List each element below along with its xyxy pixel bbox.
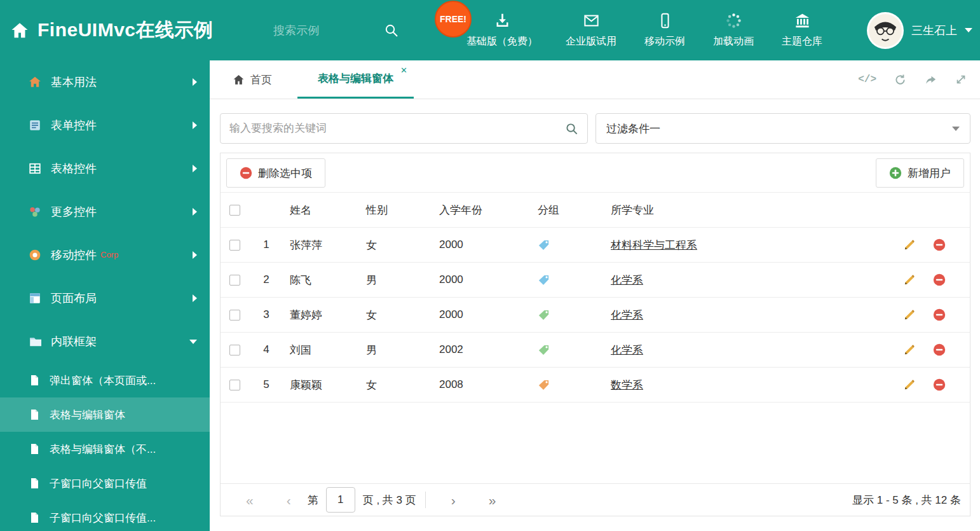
sidebar-item-more-controls[interactable]: 更多控件 <box>0 190 210 233</box>
share-icon[interactable] <box>924 73 937 86</box>
tab-home[interactable]: 首页 <box>222 60 282 99</box>
tag-icon <box>538 344 550 356</box>
page-number-input[interactable] <box>326 487 355 513</box>
table-row: 3 董婷婷 女 2000 化学系 <box>221 298 970 333</box>
brand[interactable]: FineUIMvc在线示例 <box>10 0 214 60</box>
sidebar-subitem-child-to-parent[interactable]: 子窗口向父窗口传值 <box>0 466 210 500</box>
col-header-year: 入学年份 <box>433 203 529 217</box>
app-title: FineUIMvc在线示例 <box>37 17 214 43</box>
pagination-summary: 显示 1 - 5 条 , 共 12 条 <box>852 493 961 507</box>
sidebar-item-page-layout[interactable]: 页面布局 <box>0 277 210 320</box>
table-row: 2 陈飞 男 2000 化学系 <box>221 263 970 298</box>
edit-pencil-icon[interactable] <box>903 309 915 321</box>
header-search-input[interactable] <box>273 24 375 38</box>
row-checkbox[interactable] <box>229 380 240 390</box>
sidebar-subitem-child-to-parent-2[interactable]: 子窗口向父窗口传值... <box>0 500 210 531</box>
source-code-icon[interactable]: </> <box>858 74 876 85</box>
major-link[interactable]: 数学系 <box>611 379 643 391</box>
tab-grid-edit-window[interactable]: 表格与编辑窗体 ✕ <box>297 60 414 99</box>
tab-bar: 首页 表格与编辑窗体 ✕ </> <box>210 60 980 99</box>
add-user-button[interactable]: 新增用户 <box>876 158 964 188</box>
expand-icon[interactable] <box>955 73 967 86</box>
sidebar: 基本用法 表单控件 表格控件 更多控件 移动控件 Corp 页面布局 <box>0 60 210 531</box>
chevron-right-icon <box>193 165 197 172</box>
cell-year: 2008 <box>433 378 529 391</box>
sidebar-item-form-controls[interactable]: 表单控件 <box>0 104 210 147</box>
sidebar-subitem-grid-edit-window[interactable]: 表格与编辑窗体 <box>0 397 210 432</box>
search-icon[interactable] <box>384 23 399 38</box>
edit-pencil-icon[interactable] <box>903 379 915 391</box>
chevron-right-icon <box>193 121 197 129</box>
home-icon <box>10 21 29 40</box>
tab-tools: </> <box>858 60 967 99</box>
delete-row-icon[interactable] <box>933 238 946 251</box>
sidebar-item-mobile-controls[interactable]: 移动控件 Corp <box>0 233 210 277</box>
row-checkbox[interactable] <box>229 275 240 286</box>
nav-item-theme-store[interactable]: 主题仓库 <box>768 0 836 60</box>
sidebar-item-grid-controls[interactable]: 表格控件 <box>0 147 210 190</box>
pagination-bar: « ‹ 第 页 , 共 3 页 › » 显示 1 - 5 条 , 共 12 条 <box>221 483 970 516</box>
next-page-icon[interactable]: › <box>435 493 472 507</box>
tab-active-label: 表格与编辑窗体 <box>318 71 393 86</box>
nav-item-loading-animation[interactable]: 加载动画 <box>699 0 768 60</box>
grid-panel: 删除选中项 新增用户 姓名 性别 入学年份 分组 所学专业 1 张萍萍 女 <box>220 153 970 516</box>
row-number: 2 <box>248 273 284 286</box>
nav-label: 基础版（免费） <box>466 35 538 48</box>
edit-pencil-icon[interactable] <box>903 344 915 356</box>
prev-page-icon[interactable]: ‹ <box>270 493 308 507</box>
user-menu[interactable]: 三生石上 <box>867 0 972 60</box>
delete-row-icon[interactable] <box>933 378 946 391</box>
top-header: FineUIMvc在线示例 FREE! 基础版（免费） 企业版试用 移动示例 <box>0 0 980 60</box>
major-link[interactable]: 化学系 <box>611 274 643 286</box>
sidebar-item-basic-usage[interactable]: 基本用法 <box>0 60 210 104</box>
col-header-name: 姓名 <box>284 203 360 217</box>
search-icon[interactable] <box>565 122 578 135</box>
row-number: 4 <box>248 343 284 356</box>
major-link[interactable]: 化学系 <box>611 344 643 356</box>
sidebar-subitem-popup-window[interactable]: 弹出窗体（本页面或... <box>0 363 210 397</box>
grid-toolbar: 删除选中项 新增用户 <box>221 153 970 193</box>
layout-icon <box>29 292 41 305</box>
header-nav: 基础版（免费） 企业版试用 移动示例 加载动画 主题仓库 <box>453 0 836 60</box>
select-all-checkbox[interactable] <box>229 205 240 216</box>
tag-icon <box>538 309 550 321</box>
close-icon[interactable]: ✕ <box>400 66 407 75</box>
edit-pencil-icon[interactable] <box>903 239 915 251</box>
refresh-icon[interactable] <box>894 73 907 86</box>
filter-dropdown[interactable]: 过滤条件一 <box>595 113 970 144</box>
form-icon <box>29 119 41 132</box>
cell-year: 2000 <box>433 238 529 251</box>
filter-row: 过滤条件一 <box>220 113 970 144</box>
delete-row-icon[interactable] <box>933 273 946 286</box>
nav-item-mobile-demo[interactable]: 移动示例 <box>630 0 699 60</box>
nav-item-enterprise-trial[interactable]: 企业版试用 <box>552 0 630 60</box>
row-checkbox[interactable] <box>229 240 240 251</box>
edit-pencil-icon[interactable] <box>903 274 915 286</box>
cell-year: 2000 <box>433 273 529 286</box>
keyword-search-input[interactable] <box>229 122 565 135</box>
first-page-icon[interactable]: « <box>229 493 270 507</box>
col-header-gender: 性别 <box>360 203 433 217</box>
cell-gender: 女 <box>360 378 433 392</box>
plus-circle-icon <box>889 167 902 179</box>
delete-row-icon[interactable] <box>933 308 946 321</box>
spinner-icon <box>725 12 742 29</box>
major-link[interactable]: 化学系 <box>611 309 643 321</box>
row-checkbox[interactable] <box>229 345 240 355</box>
cell-gender: 男 <box>360 343 433 357</box>
delete-row-icon[interactable] <box>933 343 946 356</box>
row-number: 3 <box>248 308 284 321</box>
major-link[interactable]: 材料科学与工程系 <box>611 239 697 251</box>
delete-selected-label: 删除选中项 <box>258 166 312 181</box>
table-row: 1 张萍萍 女 2000 材料科学与工程系 <box>221 228 970 263</box>
sidebar-subitem-grid-edit-window-2[interactable]: 表格与编辑窗体（不... <box>0 432 210 466</box>
sidebar-item-inline-frame[interactable]: 内联框架 <box>0 320 210 363</box>
nav-label: 移动示例 <box>644 35 685 48</box>
last-page-icon[interactable]: » <box>472 493 513 507</box>
page-label-prefix: 第 <box>308 493 318 507</box>
delete-selected-button[interactable]: 删除选中项 <box>226 158 325 188</box>
cell-name: 康颖颖 <box>284 378 360 392</box>
row-checkbox[interactable] <box>229 310 240 321</box>
cell-year: 2002 <box>433 343 529 356</box>
header-search <box>273 18 399 43</box>
